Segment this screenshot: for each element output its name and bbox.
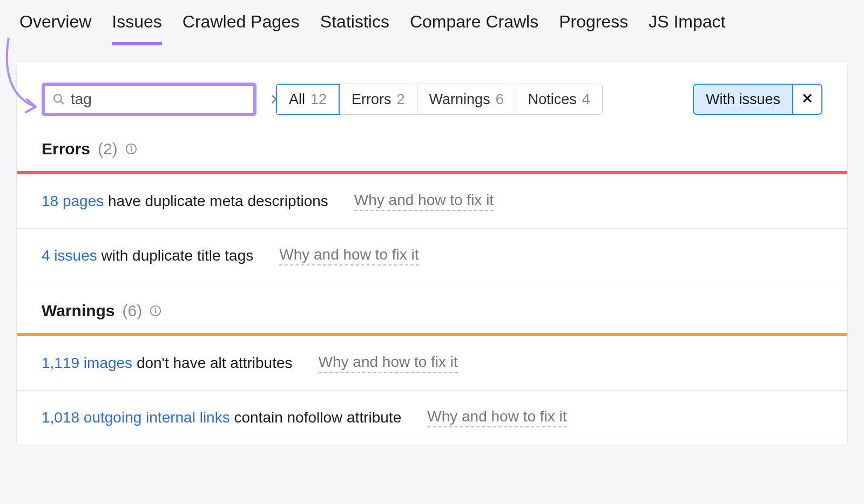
close-icon — [801, 92, 814, 107]
errors-title: Errors — [42, 140, 90, 158]
filter-all[interactable]: All 12 — [276, 84, 340, 115]
search-input-wrap — [42, 83, 256, 116]
issue-link[interactable]: 4 issues — [42, 247, 97, 264]
issue-text: 1,018 outgoing internal links contain no… — [42, 409, 401, 426]
issue-link[interactable]: 1,018 outgoing internal links — [42, 409, 230, 426]
filter-warnings[interactable]: Warnings 6 — [417, 84, 516, 115]
filter-notices[interactable]: Notices 4 — [516, 84, 603, 115]
warnings-title: Warnings — [42, 302, 115, 320]
tab-crawled-pages[interactable]: Crawled Pages — [183, 12, 300, 45]
issue-row[interactable]: 18 pages have duplicate meta description… — [17, 174, 847, 229]
filter-segments: All 12 Errors 2 Warnings 6 Notices 4 — [276, 84, 603, 115]
issue-text: 1,119 images don't have alt attributes — [42, 355, 293, 372]
filter-errors-label: Errors — [352, 91, 392, 108]
filter-all-count: 12 — [310, 91, 327, 108]
issue-text: 4 issues with duplicate title tags — [42, 247, 253, 264]
info-icon[interactable] — [125, 143, 137, 155]
filter-errors[interactable]: Errors 2 — [340, 84, 417, 115]
info-icon[interactable] — [150, 305, 161, 317]
tab-compare-crawls[interactable]: Compare Crawls — [410, 12, 538, 45]
filter-warnings-count: 6 — [496, 91, 504, 108]
warnings-count: (6) — [123, 302, 143, 320]
with-issues-chip: With issues — [693, 84, 822, 115]
fix-link[interactable]: Why and how to fix it — [279, 246, 418, 265]
tab-statistics[interactable]: Statistics — [320, 12, 389, 45]
issue-text: 18 pages have duplicate meta description… — [42, 193, 328, 210]
svg-point-0 — [54, 94, 62, 102]
filter-errors-count: 2 — [397, 91, 405, 108]
issue-row[interactable]: 1,018 outgoing internal links contain no… — [17, 391, 847, 445]
tab-progress[interactable]: Progress — [559, 12, 628, 45]
warnings-header: Warnings (6) — [17, 283, 847, 333]
filter-notices-count: 4 — [582, 91, 590, 108]
with-issues-close-button[interactable] — [792, 85, 821, 114]
issue-link[interactable]: 18 pages — [42, 193, 104, 209]
filter-notices-label: Notices — [528, 91, 577, 108]
svg-point-7 — [131, 146, 131, 147]
search-input[interactable] — [65, 91, 269, 108]
errors-header: Errors (2) — [17, 137, 847, 171]
issues-panel: All 12 Errors 2 Warnings 6 Notices 4 Wit… — [16, 62, 848, 445]
svg-line-1 — [60, 101, 64, 104]
filter-all-label: All — [289, 91, 305, 108]
fix-link[interactable]: Why and how to fix it — [319, 353, 458, 373]
tab-issues[interactable]: Issues — [112, 12, 161, 45]
issue-row[interactable]: 4 issues with duplicate title tags Why a… — [17, 229, 847, 283]
fix-link[interactable]: Why and how to fix it — [354, 192, 494, 211]
with-issues-label[interactable]: With issues — [694, 85, 792, 114]
filter-row: All 12 Errors 2 Warnings 6 Notices 4 Wit… — [17, 83, 847, 137]
tab-overview[interactable]: Overview — [19, 12, 91, 45]
tab-js-impact[interactable]: JS Impact — [649, 12, 725, 45]
errors-count: (2) — [98, 140, 118, 158]
svg-point-10 — [156, 308, 156, 309]
issue-link[interactable]: 1,119 images — [42, 355, 132, 371]
top-tabs: Overview Issues Crawled Pages Statistics… — [0, 0, 864, 45]
search-icon — [52, 93, 65, 106]
filter-warnings-label: Warnings — [429, 91, 490, 108]
issue-row[interactable]: 1,119 images don't have alt attributes W… — [17, 336, 847, 391]
fix-link[interactable]: Why and how to fix it — [427, 408, 566, 427]
